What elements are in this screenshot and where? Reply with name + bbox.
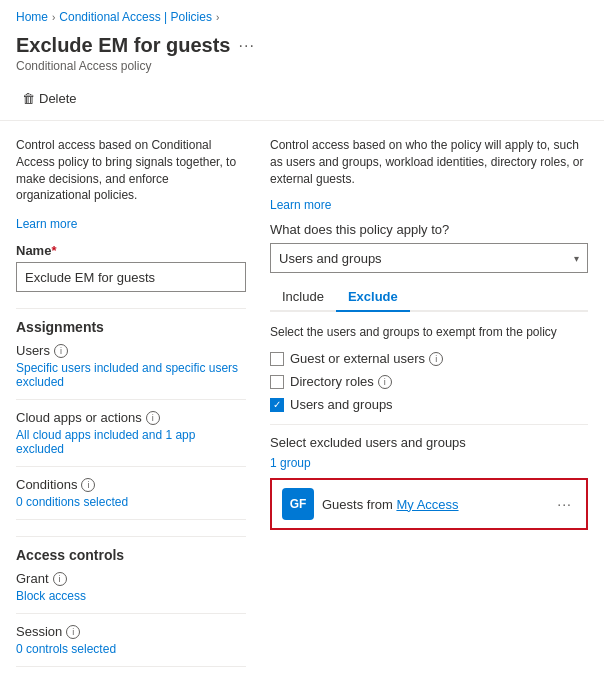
cloud-apps-assignment: Cloud apps or actions i All cloud apps i… xyxy=(16,410,246,467)
tab-exclude[interactable]: Exclude xyxy=(336,283,410,312)
page-subtitle: Conditional Access policy xyxy=(0,59,604,81)
left-panel: Control access based on Conditional Acce… xyxy=(16,137,246,677)
name-required: * xyxy=(51,243,56,258)
checkbox-row-users-groups: Users and groups xyxy=(270,397,588,412)
group-count[interactable]: 1 group xyxy=(270,456,588,470)
exclude-section-desc: Select the users and groups to exempt fr… xyxy=(270,324,588,341)
checkbox-guest-label: Guest or external users i xyxy=(290,351,443,366)
breadcrumb-home[interactable]: Home xyxy=(16,10,48,24)
conditions-assignment: Conditions i 0 conditions selected xyxy=(16,477,246,520)
policy-apply-dropdown[interactable]: Users and groups ▾ xyxy=(270,243,588,273)
left-description: Control access based on Conditional Acce… xyxy=(16,137,246,204)
cloud-apps-info-icon[interactable]: i xyxy=(146,411,160,425)
checkbox-users-groups[interactable] xyxy=(270,398,284,412)
access-controls-title: Access controls xyxy=(16,536,246,563)
breadcrumb-sep2: › xyxy=(216,12,219,23)
breadcrumb: Home › Conditional Access | Policies › xyxy=(0,0,604,30)
delete-button[interactable]: 🗑 Delete xyxy=(16,87,83,110)
group-avatar: GF xyxy=(282,488,314,520)
session-info-icon[interactable]: i xyxy=(66,625,80,639)
cloud-apps-value-part1: All cloud apps included and xyxy=(16,428,165,442)
grant-label: Grant xyxy=(16,571,49,586)
conditions-label: Conditions xyxy=(16,477,77,492)
group-more-icon[interactable]: ··· xyxy=(553,494,576,514)
grant-value[interactable]: Block access xyxy=(16,589,246,603)
right-panel: Control access based on who the policy w… xyxy=(270,137,588,677)
page-more-icon[interactable]: ··· xyxy=(239,37,255,55)
name-input[interactable] xyxy=(16,262,246,292)
grant-info-icon[interactable]: i xyxy=(53,572,67,586)
directory-info-icon[interactable]: i xyxy=(378,375,392,389)
guest-info-icon[interactable]: i xyxy=(429,352,443,366)
users-label: Users xyxy=(16,343,50,358)
checkbox-users-groups-label: Users and groups xyxy=(290,397,393,412)
checkbox-row-guest: Guest or external users i xyxy=(270,351,588,366)
left-learn-more[interactable]: Learn more xyxy=(16,217,77,231)
users-info-icon[interactable]: i xyxy=(54,344,68,358)
group-item[interactable]: GF Guests from My Access ··· xyxy=(270,478,588,530)
users-label-row: Users i xyxy=(16,343,246,358)
session-label: Session xyxy=(16,624,62,639)
cloud-apps-label: Cloud apps or actions xyxy=(16,410,142,425)
group-name: Guests from My Access xyxy=(322,497,545,512)
tabs-container: Include Exclude xyxy=(270,283,588,312)
conditions-label-row: Conditions i xyxy=(16,477,246,492)
conditions-value[interactable]: 0 conditions selected xyxy=(16,495,246,509)
page-header: Exclude EM for guests ··· xyxy=(0,30,604,59)
cloud-apps-label-row: Cloud apps or actions i xyxy=(16,410,246,425)
main-content: Control access based on Conditional Acce… xyxy=(0,121,604,686)
checkbox-guest[interactable] xyxy=(270,352,284,366)
name-field-label: Name* xyxy=(16,243,246,258)
right-description: Control access based on who the policy w… xyxy=(270,137,588,187)
session-value[interactable]: 0 controls selected xyxy=(16,642,246,656)
breadcrumb-conditional-access[interactable]: Conditional Access | Policies xyxy=(59,10,212,24)
users-value[interactable]: Specific users included and specific use… xyxy=(16,361,246,389)
checkbox-directory[interactable] xyxy=(270,375,284,389)
delete-label: Delete xyxy=(39,91,77,106)
checkbox-row-directory: Directory roles i xyxy=(270,374,588,389)
toolbar: 🗑 Delete xyxy=(0,81,604,121)
breadcrumb-sep1: › xyxy=(52,12,55,23)
tab-include[interactable]: Include xyxy=(270,283,336,312)
delete-icon: 🗑 xyxy=(22,91,35,106)
users-assignment: Users i Specific users included and spec… xyxy=(16,343,246,400)
policy-apply-question: What does this policy apply to? xyxy=(270,222,588,237)
cloud-apps-value[interactable]: All cloud apps included and 1 app exclud… xyxy=(16,428,246,456)
excluded-title: Select excluded users and groups xyxy=(270,435,588,450)
checkbox-directory-label: Directory roles i xyxy=(290,374,392,389)
session-assignment: Session i 0 controls selected xyxy=(16,624,246,667)
assignments-title: Assignments xyxy=(16,308,246,335)
excluded-section: Select excluded users and groups 1 group… xyxy=(270,424,588,530)
chevron-down-icon: ▾ xyxy=(574,253,579,264)
group-name-part1: Guests from xyxy=(322,497,396,512)
conditions-info-icon[interactable]: i xyxy=(81,478,95,492)
session-label-row: Session i xyxy=(16,624,246,639)
group-name-link[interactable]: My Access xyxy=(396,497,458,512)
dropdown-value: Users and groups xyxy=(279,251,382,266)
grant-label-row: Grant i xyxy=(16,571,246,586)
right-learn-more[interactable]: Learn more xyxy=(270,198,331,212)
grant-assignment: Grant i Block access xyxy=(16,571,246,614)
page-title: Exclude EM for guests xyxy=(16,34,231,57)
